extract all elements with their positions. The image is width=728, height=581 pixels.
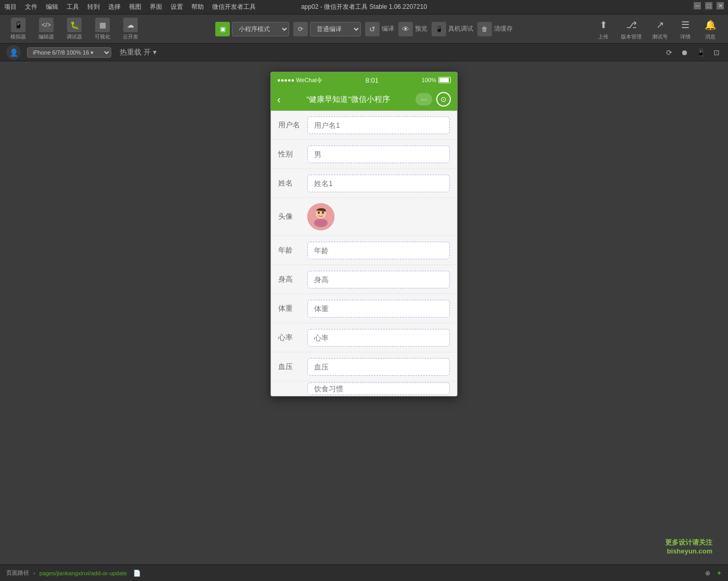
- debugger-label: 调试器: [67, 33, 82, 41]
- simulator-tool[interactable]: 📱 模拟器: [6, 16, 30, 43]
- detail-label: 详情: [680, 33, 691, 41]
- upload-tool[interactable]: ⬆ 上传: [592, 16, 615, 43]
- editor-label: 编辑器: [38, 33, 54, 41]
- phone-icon[interactable]: 📱: [694, 47, 707, 58]
- input-age[interactable]: [307, 242, 450, 259]
- menu-edit[interactable]: 编辑: [46, 3, 58, 11]
- input-heartrate[interactable]: [307, 329, 450, 347]
- realtest-label: 真机调试: [448, 24, 473, 33]
- debugger-tool[interactable]: 🐛 调试器: [62, 16, 86, 43]
- input-diet[interactable]: [307, 382, 450, 395]
- hotreload-btn[interactable]: 热重载 开 ▾: [118, 47, 159, 58]
- phone-frame: ●●●●● WeChat令 8:01 100% ‹ "健康早知道"微信小程序 ·…: [270, 72, 458, 397]
- app-title: "健康早知道"微信小程序: [306, 95, 390, 104]
- label-name: 姓名: [278, 179, 303, 188]
- header-actions: ··· ⊙: [415, 92, 451, 107]
- status-time: 8:01: [366, 76, 379, 84]
- input-gender[interactable]: [307, 146, 450, 163]
- menu-goto[interactable]: 转到: [87, 3, 100, 11]
- label-height: 身高: [278, 275, 303, 284]
- clearcache-icon: 🗑: [477, 22, 492, 36]
- form-row-gender: 性别: [271, 140, 457, 169]
- input-height[interactable]: [307, 271, 450, 288]
- circle-button[interactable]: ⊙: [436, 92, 451, 107]
- visualize-label: 可视化: [95, 33, 110, 41]
- more-button[interactable]: ···: [415, 93, 432, 105]
- path-value[interactable]: pages/jiankangxinxi/add-or-update: [40, 570, 127, 576]
- menu-project[interactable]: 项目: [4, 3, 17, 11]
- form-row-avatar: 头像: [271, 198, 457, 236]
- mode-dropdown[interactable]: 小程序模式: [232, 22, 289, 36]
- upload-icon: ⬆: [596, 18, 610, 32]
- avatar-preview[interactable]: [307, 203, 334, 230]
- input-name[interactable]: [307, 175, 450, 192]
- cloud-label: 云开发: [123, 33, 138, 41]
- avatar-btn[interactable]: 👤: [6, 45, 21, 60]
- maximize-button[interactable]: □: [705, 2, 712, 9]
- editor-icon: </>: [39, 18, 54, 32]
- test-icon: ↗: [653, 18, 667, 32]
- visualize-tool[interactable]: ▦ 可视化: [90, 16, 114, 43]
- clearcache-label: 清缓存: [494, 24, 513, 33]
- form-row-height: 身高: [271, 265, 457, 294]
- menu-tool[interactable]: 工具: [67, 3, 79, 11]
- compile-dropdown[interactable]: 普通编译: [310, 22, 361, 36]
- version-label: 版本管理: [621, 33, 642, 41]
- watermark: 更多设计请关注 bisheyun.com: [665, 538, 712, 555]
- simulator-icon: 📱: [11, 18, 25, 32]
- label-gender: 性别: [278, 150, 303, 159]
- debugger-icon: 🐛: [67, 18, 82, 32]
- bottom-icon-1[interactable]: ⊕: [705, 570, 710, 577]
- compile-btn-label: 编译: [382, 24, 394, 33]
- form-row-heartrate: 心率: [271, 323, 457, 352]
- preview-label: 预览: [415, 24, 427, 33]
- compile-icon: ⟳: [293, 22, 308, 36]
- window-title: app02 - 微信开发者工具 Stable 1.06.2207210: [301, 3, 427, 11]
- bottom-right-actions: ⊕ ✦: [705, 570, 722, 577]
- input-bloodpressure[interactable]: [307, 358, 450, 376]
- editor-tool[interactable]: </> 编辑器: [34, 16, 58, 43]
- mode-icon: ▣: [215, 22, 230, 36]
- menu-devtools[interactable]: 微信开发者工具: [212, 3, 256, 11]
- device-selector[interactable]: iPhone 6/7/8 100% 16 ▾: [27, 47, 111, 58]
- input-username[interactable]: [307, 116, 450, 134]
- version-tool[interactable]: ⎇ 版本管理: [617, 16, 646, 43]
- signal-indicator: ●●●●● WeChat令: [277, 76, 322, 84]
- toolbar-right: ⬆ 上传 ⎇ 版本管理 ↗ 测试号 ☰ 详情 🔔 消息: [592, 16, 722, 43]
- menu-settings[interactable]: 设置: [171, 3, 183, 11]
- menu-view[interactable]: 视图: [129, 3, 141, 11]
- cloud-icon: ☁: [123, 18, 138, 32]
- minimize-button[interactable]: ─: [694, 2, 701, 9]
- window-controls: ─ □ ✕: [694, 2, 724, 9]
- upload-label: 上传: [598, 33, 608, 41]
- status-bar: ●●●●● WeChat令 8:01 100%: [271, 72, 457, 88]
- test-tool[interactable]: ↗ 测试号: [648, 16, 672, 43]
- back-button[interactable]: ‹: [277, 94, 281, 105]
- menu-interface[interactable]: 界面: [150, 3, 162, 11]
- label-avatar: 头像: [278, 212, 303, 221]
- refresh-icon: ↺: [365, 22, 380, 36]
- detail-icon: ☰: [678, 18, 693, 32]
- record-icon[interactable]: ⏺: [679, 47, 690, 58]
- form-row-weight: 体重: [271, 294, 457, 323]
- input-weight[interactable]: [307, 300, 450, 318]
- detail-tool[interactable]: ☰ 详情: [674, 16, 697, 43]
- notification-tool[interactable]: 🔔 消息: [699, 16, 722, 43]
- expand-icon[interactable]: ⊡: [711, 47, 722, 58]
- label-bloodpressure: 血压: [278, 362, 303, 372]
- avatar-icon: 👤: [9, 48, 18, 57]
- form-row-name: 姓名: [271, 169, 457, 198]
- bottom-icon-2[interactable]: ✦: [717, 570, 722, 577]
- menu-file[interactable]: 文件: [25, 3, 37, 11]
- rotate-icon[interactable]: ⟳: [664, 47, 674, 58]
- preview-icon: 👁: [398, 22, 413, 36]
- menu-select[interactable]: 选择: [108, 3, 121, 11]
- phone-container: ●●●●● WeChat令 8:01 100% ‹ "健康早知道"微信小程序 ·…: [270, 72, 458, 397]
- close-button[interactable]: ✕: [717, 2, 724, 9]
- svg-point-2: [314, 219, 328, 227]
- menu-help[interactable]: 帮助: [191, 3, 204, 11]
- file-icon: 📄: [133, 570, 141, 577]
- test-label: 测试号: [652, 33, 668, 41]
- cloud-tool[interactable]: ☁ 云开发: [119, 16, 142, 43]
- notification-icon: 🔔: [703, 18, 718, 32]
